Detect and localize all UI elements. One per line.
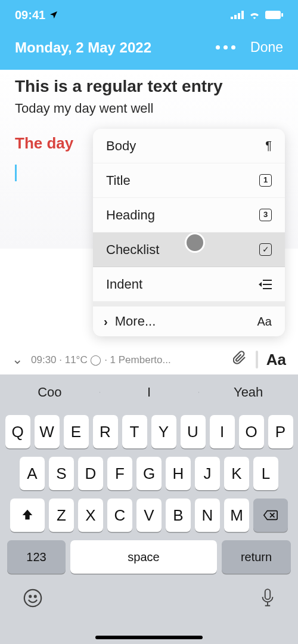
header-date: Monday, 2 May 2022 [15, 39, 151, 56]
svg-rect-12 [265, 589, 271, 599]
battery-icon [265, 11, 283, 19]
key-r[interactable]: R [93, 415, 118, 448]
key-y[interactable]: Y [151, 415, 176, 448]
attachment-button[interactable] [233, 350, 247, 370]
format-heading-label: Heading [106, 208, 155, 223]
svg-point-10 [29, 596, 31, 597]
format-body-label: Body [106, 138, 136, 154]
svg-rect-0 [231, 17, 233, 19]
chevron-right-icon: › [104, 315, 108, 328]
context-info[interactable]: 09:30 · 11°C ◯ · 1 Pemberto... [31, 354, 225, 366]
key-g[interactable]: G [136, 457, 162, 490]
key-d[interactable]: D [78, 457, 103, 490]
title-level-icon: 1 [259, 174, 272, 187]
svg-point-9 [24, 590, 41, 606]
key-h[interactable]: H [166, 457, 191, 490]
aa-icon: Aa [257, 315, 272, 329]
format-menu: Body ¶ Title 1 Heading 3 Checklist ✓ Ind… [93, 129, 285, 336]
suggestion-1[interactable]: Coo [0, 385, 100, 400]
key-row-2: A S D F G H J K L [4, 457, 294, 490]
status-bar: 09:41 [0, 0, 298, 30]
format-body[interactable]: Body ¶ [93, 129, 285, 163]
key-l[interactable]: L [253, 457, 278, 490]
suggestion-bar: Coo I Yeah [0, 374, 298, 410]
key-j[interactable]: J [195, 457, 220, 490]
more-options-button[interactable] [216, 45, 235, 49]
key-numbers[interactable]: 123 [7, 540, 66, 574]
key-x[interactable]: X [78, 499, 103, 532]
home-indicator[interactable] [95, 636, 203, 639]
note-title[interactable]: This is a regular text entry [15, 77, 283, 96]
toolbar-divider [256, 351, 258, 369]
key-k[interactable]: K [224, 457, 249, 490]
keyboard: Coo I Yeah Q W E R T Y U I O P A S D F G… [0, 374, 298, 644]
format-heading[interactable]: Heading 3 [93, 198, 285, 233]
key-c[interactable]: C [107, 499, 132, 532]
status-time: 09:41 [15, 8, 45, 22]
key-return[interactable]: return [222, 540, 291, 574]
dictation-button[interactable] [260, 588, 275, 613]
pilcrow-icon: ¶ [265, 139, 272, 153]
key-u[interactable]: U [181, 415, 206, 448]
key-shift[interactable] [10, 499, 45, 532]
svg-rect-4 [265, 11, 281, 19]
suggestion-2[interactable]: I [100, 385, 199, 400]
key-b[interactable]: B [166, 499, 191, 532]
key-p[interactable]: P [268, 415, 293, 448]
touch-indicator [185, 233, 205, 253]
mic-icon [260, 588, 275, 608]
key-a[interactable]: A [20, 457, 45, 490]
wifi-icon [249, 11, 260, 19]
header: Monday, 2 May 2022 Done [0, 30, 298, 70]
key-e[interactable]: E [64, 415, 89, 448]
svg-rect-1 [234, 15, 237, 19]
emoji-button[interactable] [23, 588, 43, 613]
format-checklist-label: Checklist [106, 242, 159, 258]
format-indent-label: Indent [106, 277, 142, 292]
backspace-icon [263, 509, 278, 521]
key-f[interactable]: F [107, 457, 132, 490]
note-body-line[interactable]: Today my day went well [15, 101, 283, 116]
emoji-icon [23, 588, 43, 608]
keyboard-footer [0, 574, 298, 619]
heading-level-icon: 3 [259, 209, 272, 221]
suggestion-3[interactable]: Yeah [198, 385, 298, 400]
key-row-3: Z X C V B N M [4, 499, 294, 532]
done-button[interactable]: Done [250, 39, 283, 55]
text-format-button[interactable]: Aa [266, 351, 286, 369]
format-title[interactable]: Title 1 [93, 163, 285, 198]
key-z[interactable]: Z [49, 499, 74, 532]
collapse-toolbar-button[interactable]: ⌄ [12, 352, 23, 367]
key-m[interactable]: M [224, 499, 249, 532]
key-row-1: Q W E R T Y U I O P [4, 415, 294, 448]
key-s[interactable]: S [49, 457, 74, 490]
format-more-label: More... [115, 314, 156, 329]
key-o[interactable]: O [239, 415, 264, 448]
format-more[interactable]: › More... Aa [93, 302, 285, 336]
cellular-icon [231, 11, 244, 19]
checklist-icon: ✓ [259, 243, 272, 256]
key-q[interactable]: Q [5, 415, 30, 448]
key-v[interactable]: V [136, 499, 162, 532]
key-n[interactable]: N [195, 499, 220, 532]
key-backspace[interactable] [253, 499, 288, 532]
svg-rect-3 [241, 11, 244, 19]
svg-point-11 [35, 596, 36, 597]
key-i[interactable]: I [210, 415, 235, 448]
shift-icon [21, 509, 34, 522]
format-title-label: Title [106, 173, 131, 188]
key-t[interactable]: T [122, 415, 147, 448]
bottom-toolbar: ⌄ 09:30 · 11°C ◯ · 1 Pemberto... Aa [0, 345, 298, 374]
format-indent[interactable]: Indent [93, 267, 285, 302]
key-w[interactable]: W [35, 415, 60, 448]
indent-icon [259, 279, 272, 290]
key-space[interactable]: space [70, 540, 217, 574]
location-icon [49, 10, 58, 20]
svg-rect-2 [238, 13, 240, 19]
svg-rect-5 [281, 13, 283, 17]
key-row-4: 123 space return [4, 540, 294, 574]
text-cursor [15, 165, 17, 181]
